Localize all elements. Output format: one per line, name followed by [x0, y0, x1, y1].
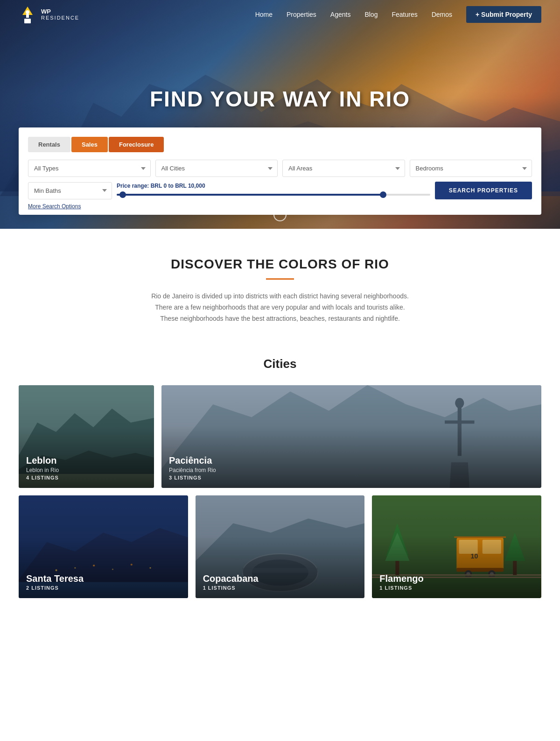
flamengo-listings: 1 LISTINGS	[379, 585, 423, 591]
scroll-dot	[279, 204, 281, 207]
nav-features[interactable]: Features	[392, 11, 417, 18]
more-search-options-link[interactable]: More Search Options	[28, 203, 81, 210]
leblon-listings: 4 LISTINGS	[26, 475, 59, 480]
discover-divider	[266, 278, 294, 280]
price-range-container: Price range: BRL 0 to BRL 10,000	[117, 183, 430, 198]
search-row-1: All Types All Cities All Areas Bedrooms	[28, 160, 532, 177]
santa-teresa-info: Santa Teresa 2 LISTINGS	[26, 573, 84, 591]
cities-select[interactable]: All Cities	[155, 160, 278, 177]
price-range-values: BRL 0 to BRL 10,000	[151, 183, 205, 189]
nav-home[interactable]: Home	[255, 11, 273, 18]
type-select[interactable]: All Types	[28, 160, 151, 177]
cities-label: Cities	[0, 357, 560, 371]
bedrooms-select[interactable]: Bedrooms	[410, 160, 532, 177]
nav-demos[interactable]: Demos	[432, 11, 452, 18]
copacabana-listings: 1 LISTINGS	[203, 585, 259, 591]
paciencia-name: Paciência	[169, 455, 216, 466]
search-properties-button[interactable]: SEARCH PROPERTIES	[435, 182, 532, 199]
santa-teresa-listings: 2 LISTINGS	[26, 585, 84, 591]
discover-section: DISCOVER THE COLORS OF RIO Rio de Janeir…	[0, 229, 560, 343]
price-slider-thumb-left[interactable]	[119, 191, 126, 198]
tab-foreclosure[interactable]: Foreclosure	[109, 137, 164, 152]
nav-agents[interactable]: Agents	[330, 11, 351, 18]
logo-residence: RESIDENCE	[41, 15, 79, 21]
logo-icon	[19, 6, 36, 23]
discover-description: Rio de Janeiro is divided up into distri…	[149, 291, 411, 324]
nav-blog[interactable]: Blog	[364, 11, 378, 18]
discover-title: DISCOVER THE COLORS OF RIO	[19, 257, 541, 272]
paciencia-overlay	[161, 385, 541, 488]
nav-properties[interactable]: Properties	[287, 11, 316, 18]
paciencia-info: Paciência Paciência from Rio 3 LISTINGS	[169, 455, 216, 480]
price-slider-bg	[117, 194, 430, 196]
paciencia-subtitle: Paciência from Rio	[169, 467, 216, 473]
submit-property-button[interactable]: + Submit Property	[466, 6, 541, 23]
flamengo-name: Flamengo	[379, 573, 423, 584]
search-tabs: Rentals Sales Foreclosure	[28, 137, 532, 152]
city-card-leblon[interactable]: Leblon Leblon in Rio 4 LISTINGS	[19, 385, 154, 488]
svg-point-2	[26, 10, 29, 14]
tab-sales[interactable]: Sales	[71, 137, 108, 152]
paciencia-listings: 3 LISTINGS	[169, 475, 216, 480]
svg-rect-0	[24, 19, 31, 23]
areas-select[interactable]: All Areas	[282, 160, 405, 177]
site-logo[interactable]: WP RESIDENCE	[19, 6, 79, 23]
hero-section: FIND YOUR WAY IN RIO Rentals Sales Forec…	[0, 0, 560, 229]
search-row-2: Min Baths Price range: BRL 0 to BRL 10,0…	[28, 182, 532, 199]
copacabana-name: Copacabana	[203, 573, 259, 584]
city-grid-top: Leblon Leblon in Rio 4 LISTINGS	[0, 385, 560, 488]
city-card-flamengo[interactable]: 10 Flamengo 1 LISTINGS	[372, 495, 541, 598]
site-header: WP RESIDENCE Home Properties Agents Blog…	[0, 0, 560, 29]
city-card-copacabana[interactable]: Copacabana 1 LISTINGS	[196, 495, 365, 598]
santa-teresa-name: Santa Teresa	[26, 573, 84, 584]
svg-rect-3	[26, 14, 29, 18]
logo-wp: WP	[41, 8, 79, 15]
hero-title: FIND YOUR WAY IN RIO	[150, 86, 410, 112]
cities-section-header: Cities	[0, 357, 560, 371]
price-slider-thumb-right[interactable]	[380, 191, 386, 198]
flamengo-info: Flamengo 1 LISTINGS	[379, 573, 423, 591]
price-slider-track[interactable]	[117, 191, 430, 198]
main-nav: Home Properties Agents Blog Features Dem…	[255, 6, 541, 23]
leblon-name: Leblon	[26, 455, 59, 466]
leblon-info: Leblon Leblon in Rio 4 LISTINGS	[26, 455, 59, 480]
baths-select[interactable]: Min Baths	[28, 182, 112, 199]
price-range-text: Price range:	[117, 183, 151, 189]
tab-rentals[interactable]: Rentals	[28, 137, 70, 152]
city-grid-bottom: Santa Teresa 2 LISTINGS Copacabana 1 LIS…	[0, 495, 560, 598]
city-card-paciencia[interactable]: Paciência Paciência from Rio 3 LISTINGS	[161, 385, 541, 488]
city-card-santa-teresa[interactable]: Santa Teresa 2 LISTINGS	[19, 495, 188, 598]
price-slider-fill	[117, 194, 383, 196]
leblon-subtitle: Leblon in Rio	[26, 467, 59, 473]
price-range-label: Price range: BRL 0 to BRL 10,000	[117, 183, 430, 189]
scroll-indicator-border	[273, 200, 287, 221]
copacabana-info: Copacabana 1 LISTINGS	[203, 573, 259, 591]
